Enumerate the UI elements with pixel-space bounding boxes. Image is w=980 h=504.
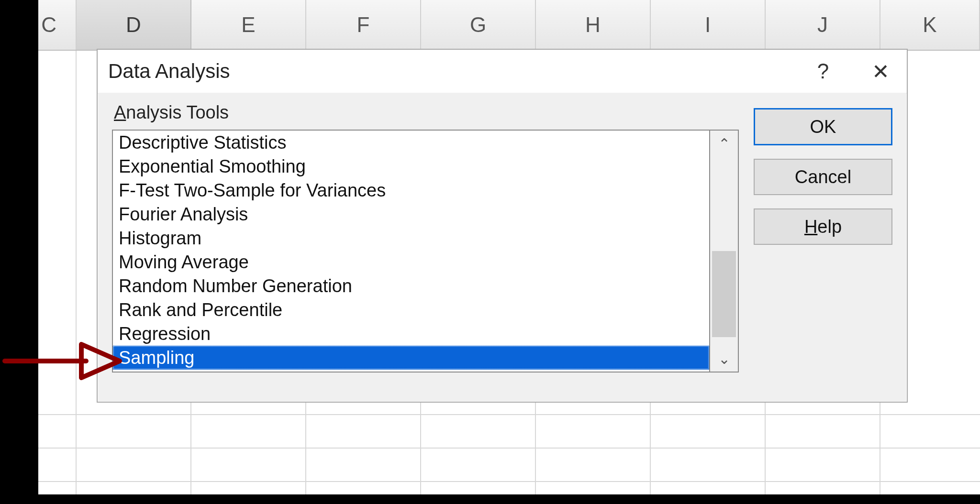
column-header-g[interactable]: G bbox=[421, 0, 536, 50]
close-icon[interactable]: ✕ bbox=[859, 50, 902, 93]
scroll-track[interactable] bbox=[710, 156, 738, 346]
gridline bbox=[38, 448, 980, 449]
left-letterbox bbox=[0, 0, 38, 504]
list-item[interactable]: Histogram bbox=[113, 226, 709, 250]
list-item-selected[interactable]: Sampling bbox=[113, 346, 709, 370]
ok-button[interactable]: OK bbox=[754, 108, 892, 145]
gridline bbox=[38, 414, 980, 415]
dialog-title: Data Analysis bbox=[108, 60, 230, 83]
dialog-button-stack: OK Cancel Help bbox=[754, 108, 892, 245]
list-item[interactable]: Exponential Smoothing bbox=[113, 154, 709, 178]
list-item[interactable]: Moving Average bbox=[113, 250, 709, 274]
list-item[interactable]: F-Test Two-Sample for Variances bbox=[113, 178, 709, 202]
gridline bbox=[76, 51, 77, 494]
column-header-e[interactable]: E bbox=[191, 0, 306, 50]
column-header-i[interactable]: I bbox=[651, 0, 766, 50]
column-header-k[interactable]: K bbox=[880, 0, 980, 50]
column-header-h[interactable]: H bbox=[536, 0, 651, 50]
scroll-down-icon[interactable]: ⌄ bbox=[710, 346, 738, 372]
list-item[interactable]: Rank and Percentile bbox=[113, 298, 709, 322]
analysis-tools-listwrap: Descriptive Statistics Exponential Smoot… bbox=[112, 130, 739, 373]
scroll-up-icon[interactable]: ⌃ bbox=[710, 131, 738, 156]
cancel-button[interactable]: Cancel bbox=[754, 159, 892, 195]
help-button[interactable]: Help bbox=[754, 208, 892, 245]
list-item[interactable]: Random Number Generation bbox=[113, 274, 709, 298]
column-header-d[interactable]: D bbox=[77, 0, 191, 50]
column-header-c[interactable]: C bbox=[38, 0, 77, 50]
column-header-j[interactable]: J bbox=[766, 0, 880, 50]
gridline bbox=[38, 481, 980, 482]
data-analysis-dialog: Data Analysis ? ✕ Analysis Tools Descrip… bbox=[97, 49, 908, 403]
bottom-letterbox bbox=[0, 494, 980, 504]
column-headers: C D E F G H I J K bbox=[38, 0, 980, 51]
list-item[interactable]: Fourier Analysis bbox=[113, 202, 709, 226]
help-icon[interactable]: ? bbox=[802, 50, 845, 93]
scroll-thumb[interactable] bbox=[712, 251, 736, 337]
analysis-tools-listbox[interactable]: Descriptive Statistics Exponential Smoot… bbox=[112, 130, 710, 373]
list-item[interactable]: Regression bbox=[113, 322, 709, 346]
column-header-f[interactable]: F bbox=[306, 0, 421, 50]
dialog-titlebar[interactable]: Data Analysis ? ✕ bbox=[98, 50, 907, 94]
list-item[interactable]: Descriptive Statistics bbox=[113, 131, 709, 154]
listbox-scrollbar[interactable]: ⌃ ⌄ bbox=[710, 130, 739, 373]
